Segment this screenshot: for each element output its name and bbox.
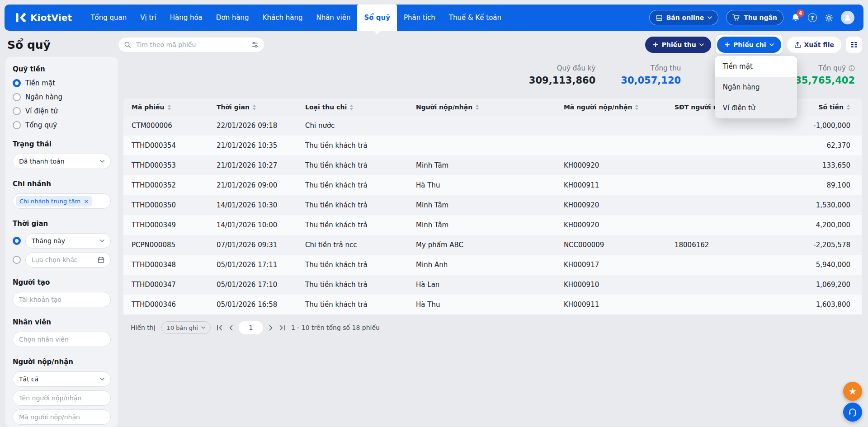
time-preset-value: Tháng này [32, 237, 65, 244]
time-custom-radio[interactable] [13, 256, 21, 264]
radio-icon[interactable] [13, 121, 21, 129]
notifications-button[interactable]: 4 [791, 13, 800, 22]
radio-icon[interactable] [13, 107, 21, 115]
brand-logo[interactable]: KiotViet [14, 12, 72, 23]
payer-section-title: Người nộp/nhận [13, 358, 111, 366]
xuat-file-button[interactable]: Xuất file [787, 37, 841, 53]
column-header-3[interactable]: Người nộp/nhận [408, 99, 556, 116]
notification-badge: 4 [797, 9, 804, 17]
filter-icon[interactable] [251, 41, 259, 48]
dropdown-item-0[interactable]: Tiền mặt [715, 56, 797, 77]
support-fab-button[interactable] [843, 403, 862, 422]
time-preset-radio[interactable] [13, 237, 21, 245]
column-label: Thời gian [217, 103, 250, 111]
table-row[interactable]: TTHD00035321/01/2026 10:27Thu tiền khách… [123, 155, 862, 175]
time-preset-select[interactable]: Tháng này [25, 233, 111, 249]
phieu-thu-button[interactable]: + Phiếu thu [645, 37, 711, 53]
page-title: Sổ quỹ [5, 38, 118, 52]
nav-item-6[interactable]: Sổ quỹ [357, 5, 397, 31]
prev-page-button[interactable] [229, 325, 233, 331]
nav-item-8[interactable]: Thuế & Kế toán [442, 5, 508, 31]
help-button[interactable]: ? [808, 13, 817, 22]
column-header-0[interactable]: Mã phiếu [123, 99, 208, 116]
time-custom-input[interactable]: Lựa chọn khác [25, 252, 111, 267]
column-header-1[interactable]: Thời gian [208, 99, 297, 116]
table-body: CTM00000622/01/2026 09:18Chi nước-1,000,… [123, 116, 862, 314]
nav-item-3[interactable]: Đơn hàng [209, 5, 256, 31]
nav-items: Tổng quanVị tríHàng hóaĐơn hàngKhách hàn… [84, 5, 508, 31]
next-page-button[interactable] [269, 325, 273, 331]
question-icon: ? [811, 14, 814, 21]
nav-item-7[interactable]: Phân tích [397, 5, 442, 31]
thu-ngan-button[interactable]: Thu ngân [726, 10, 783, 25]
column-label: Loại thu chi [305, 103, 347, 111]
fund-option-2[interactable]: Ví điện tử [13, 107, 111, 115]
ban-online-button[interactable]: Bán online [649, 10, 719, 25]
cell-type: Thu tiền khách trả [297, 255, 408, 275]
current-page[interactable]: 1 [239, 321, 263, 334]
table-row[interactable]: TTHD00034914/01/2026 10:00Thu tiền khách… [123, 215, 862, 235]
nav-item-2[interactable]: Hàng hóa [163, 5, 209, 31]
table-row[interactable]: TTHD00035221/01/2026 09:00Thu tiền khách… [123, 175, 862, 195]
search-icon [124, 41, 131, 48]
table-row[interactable]: PCPN00008507/01/2026 09:31Chi tiền trả n… [123, 235, 862, 255]
info-icon[interactable] [849, 65, 855, 71]
nav-item-5[interactable]: Nhân viên [309, 5, 357, 31]
chevron-down-icon [699, 43, 704, 46]
promo-fab-button[interactable]: ★ [843, 382, 862, 401]
payer-type-select[interactable]: Tất cả [13, 371, 111, 387]
fund-option-3[interactable]: Tổng quỹ [13, 121, 111, 129]
table-row[interactable]: TTHD00034805/01/2026 17:11Thu tiền khách… [123, 255, 862, 275]
cell-time: 07/01/2026 09:31 [208, 235, 297, 255]
page-size-select[interactable]: 10 bản ghi [161, 321, 211, 334]
plus-icon: + [652, 41, 658, 48]
nav-item-4[interactable]: Khách hàng [256, 5, 310, 31]
cell-amount: 89,100 [770, 175, 862, 195]
settings-button[interactable] [825, 14, 833, 22]
status-select[interactable]: Đã thanh toán [13, 154, 111, 169]
table-row[interactable]: TTHD00034605/01/2026 16:58Thu tiền khách… [123, 295, 862, 314]
sort-icon [635, 104, 639, 110]
cell-time: 05/01/2026 16:58 [208, 295, 297, 314]
column-label: Mã người nộp/nhận [564, 103, 632, 111]
table-row[interactable]: TTHD00035421/01/2026 10:35Thu tiền khách… [123, 136, 862, 155]
cell-person_code: NCC000009 [556, 235, 666, 255]
nav-item-1[interactable]: Vị trí [133, 5, 163, 31]
branch-select[interactable]: Chi nhánh trung tâm × [13, 193, 111, 209]
branch-section-title: Chi nhánh [13, 180, 111, 188]
last-page-button[interactable] [279, 325, 285, 331]
nav-item-0[interactable]: Tổng quan [84, 5, 133, 31]
radio-icon[interactable] [13, 79, 21, 87]
fund-option-label: Tổng quỹ [25, 121, 57, 129]
payer-name-input[interactable] [13, 390, 111, 406]
cell-amount: 1,069,200 [770, 275, 862, 295]
radio-icon[interactable] [13, 93, 21, 101]
phieu-chi-button[interactable]: + Phiếu chi [717, 37, 781, 53]
column-header-4[interactable]: Mã người nộp/nhận [556, 99, 666, 116]
first-page-button[interactable] [217, 325, 223, 331]
header-actions: + Phiếu thu + Phiếu chi Tiền mặtNgân hàn… [645, 35, 862, 54]
table-row[interactable]: CTM00000622/01/2026 09:18Chi nước-1,000,… [123, 116, 862, 136]
column-header-2[interactable]: Loại thu chi [297, 99, 408, 116]
dropdown-item-2[interactable]: Ví điện tử [715, 98, 797, 118]
cell-code: TTHD000350 [123, 195, 208, 215]
pagination: Hiển thị 10 bản ghi 1 1 - 10 trên tổn [123, 321, 862, 334]
payer-code-input[interactable] [13, 409, 111, 425]
creator-input[interactable] [13, 292, 111, 307]
time-custom-placeholder: Lựa chọn khác [32, 256, 77, 263]
avatar[interactable] [841, 11, 854, 24]
kiotviet-logo-icon [14, 12, 26, 23]
remove-branch-tag-icon[interactable]: × [84, 198, 89, 205]
fund-option-1[interactable]: Ngân hàng [13, 93, 111, 101]
table-row[interactable]: TTHD00035014/01/2026 10:30Thu tiền khách… [123, 195, 862, 215]
fund-option-0[interactable]: Tiền mặt [13, 79, 111, 87]
table-row[interactable]: TTHD00034705/01/2026 17:10Thu tiền khách… [123, 275, 862, 295]
column-settings-button[interactable] [846, 37, 862, 53]
chevron-down-icon [100, 239, 104, 242]
cell-type: Thu tiền khách trả [297, 295, 408, 314]
search-input[interactable] [135, 41, 247, 49]
staff-input[interactable] [13, 332, 111, 347]
plus-icon: + [724, 41, 730, 48]
dropdown-item-1[interactable]: Ngân hàng [715, 77, 797, 98]
store-icon [656, 14, 663, 21]
